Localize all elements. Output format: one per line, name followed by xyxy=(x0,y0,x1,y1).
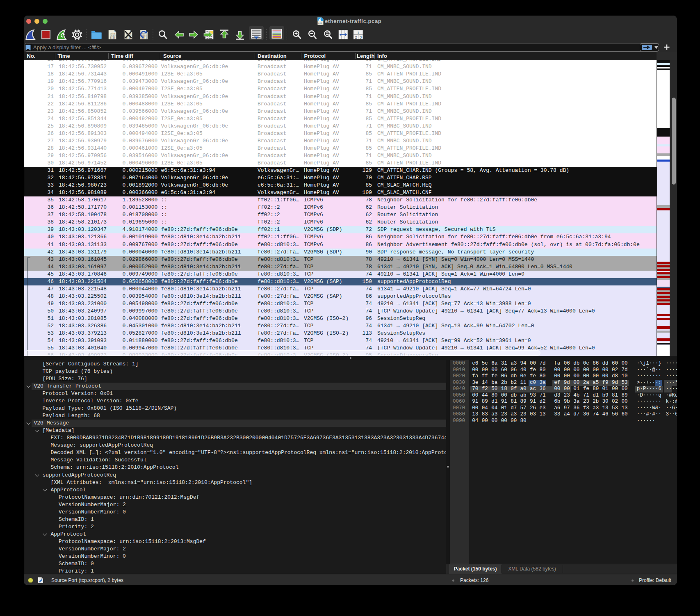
svg-text:2: 2 xyxy=(355,35,357,39)
svg-text:0111: 0111 xyxy=(110,37,116,40)
svg-text:1: 1 xyxy=(357,31,359,35)
svg-text:3: 3 xyxy=(360,35,362,39)
